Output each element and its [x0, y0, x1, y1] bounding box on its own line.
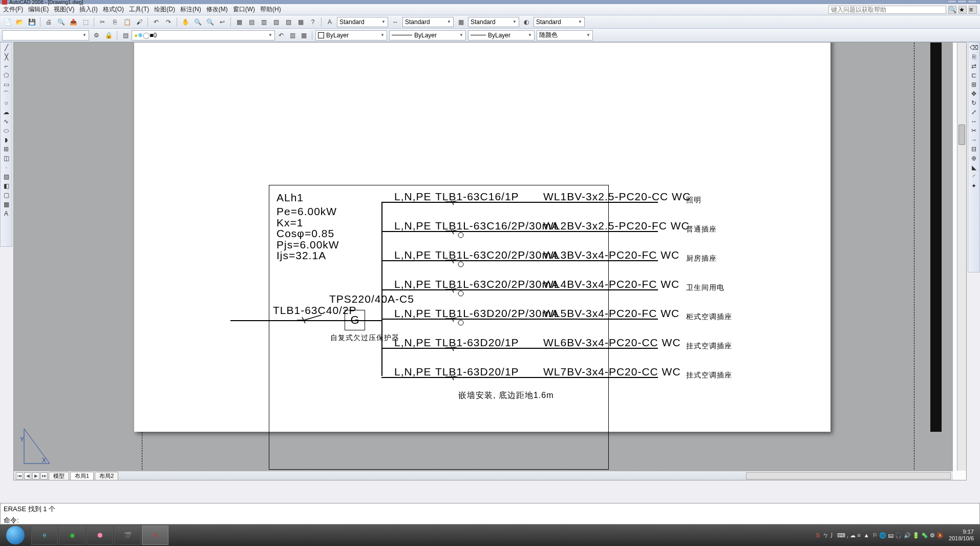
mleader-icon[interactable]: ◐ — [521, 17, 531, 27]
close-button[interactable] — [968, 0, 977, 3]
circle-button[interactable]: ○ — [2, 99, 11, 107]
scroll-thumb[interactable] — [958, 124, 965, 145]
fillet-button[interactable]: ◜ — [969, 173, 978, 181]
tray-icons[interactable]: ⚐ 🌐 🖴 🎧 🔊 🔋 🦠 ⚙ 🔕 — [872, 532, 944, 539]
paste-button[interactable]: 📋 — [122, 17, 132, 27]
tablestyle-icon[interactable]: ▦ — [456, 17, 466, 27]
3dwf-button[interactable]: ⬚ — [80, 17, 91, 27]
toolbar-layers[interactable]: ▼ ⚙ 🔒 ▤ ●❄◯■ 0▼ ↶ ▥ ▦ ByLayer▼ ByLayer▼ … — [0, 29, 980, 42]
ws-settings-button[interactable]: ⚙ — [91, 30, 101, 40]
menu-file[interactable]: 文件(F) — [3, 5, 23, 14]
vertical-scrollbar[interactable] — [957, 43, 966, 471]
move-button[interactable]: ✥ — [969, 90, 978, 98]
tray-lang[interactable]: ㄅ 丿 ⌨ , ☁ ≡ — [823, 532, 861, 539]
tray-sogou-icon[interactable]: S — [816, 532, 820, 538]
stretch-button[interactable]: ↔ — [969, 117, 978, 125]
scale-button[interactable]: ⤢ — [969, 108, 978, 116]
pline-button[interactable]: ⌐ — [2, 62, 11, 70]
tab-first[interactable]: ⏮ — [16, 472, 23, 479]
copy-button[interactable]: ⎘ — [110, 17, 120, 27]
paper-space[interactable]: X Y ALh1 Pe=6.00kW Kx=1 Cosφ=0.85 Pjs=6.… — [14, 43, 953, 480]
toolbar-draw[interactable]: ╱ ╳ ⌐ ⬠ ▭ ⌒ ○ ☁ ∿ ⬭ ◗ ⊞ ◫ · ▨ ◧ ▢ ▦ A — [0, 42, 12, 247]
spline-button[interactable]: ∿ — [2, 117, 11, 125]
cut-button[interactable]: ✂ — [97, 17, 108, 27]
task-wechat[interactable]: ◉ — [59, 526, 86, 545]
zoom-prev-button[interactable]: ↩ — [217, 17, 227, 27]
textstyle-select[interactable]: Standard▼ — [337, 17, 388, 27]
minimize-button[interactable] — [947, 0, 956, 3]
hatch-button[interactable]: ▨ — [2, 173, 11, 181]
ssm-button[interactable]: ▧ — [271, 17, 281, 27]
xline-button[interactable]: ╳ — [2, 53, 11, 61]
task-app1[interactable]: ⬢ — [87, 526, 113, 545]
menu-dim[interactable]: 标注(N) — [180, 5, 201, 14]
tab-model[interactable]: 模型 — [49, 472, 69, 480]
dimstyle-icon[interactable]: ↔ — [390, 17, 400, 27]
region-button[interactable]: ▢ — [2, 191, 11, 199]
copy2-button[interactable]: ⎘ — [969, 53, 978, 61]
array-button[interactable]: ⊞ — [969, 80, 978, 89]
workspace-select[interactable]: ▼ — [2, 30, 89, 40]
offset-button[interactable]: ⊏ — [969, 71, 978, 79]
explode-button[interactable]: ✦ — [969, 182, 978, 190]
dc-button[interactable]: ▤ — [246, 17, 257, 27]
break-button[interactable]: ⊟ — [969, 145, 978, 153]
linetype-select[interactable]: ByLayer▼ — [389, 30, 466, 40]
revcloud-button[interactable]: ☁ — [2, 108, 11, 116]
rect-button[interactable]: ▭ — [2, 80, 11, 89]
help-search[interactable]: 🔍 ★ ≡ — [828, 6, 977, 14]
task-ie[interactable]: e — [31, 526, 58, 545]
window-controls[interactable] — [947, 0, 977, 3]
plot-button[interactable]: 🖨 — [44, 17, 54, 27]
polygon-button[interactable]: ⬠ — [2, 71, 11, 79]
block-button[interactable]: ◫ — [2, 154, 11, 162]
point-button[interactable]: · — [2, 163, 11, 172]
menu-help[interactable]: 帮助(H) — [260, 5, 281, 14]
windows-taskbar[interactable]: e ◉ ⬢ 🎬 A S ㄅ 丿 ⌨ , ☁ ≡ ▲ ⚐ 🌐 🖴 🎧 🔊 🔋 🦠 … — [0, 524, 980, 546]
props-button[interactable]: ▦ — [234, 17, 244, 27]
publish-button[interactable]: 📤 — [68, 17, 78, 27]
mtext-button[interactable]: A — [2, 209, 11, 218]
textstyle-icon[interactable]: A — [325, 17, 335, 27]
open-button[interactable]: 📂 — [14, 17, 25, 27]
command-area[interactable]: ERASE 找到 1 个 命令: — [0, 503, 980, 524]
tab-layout2[interactable]: 布局2 — [95, 472, 118, 480]
join-button[interactable]: ⊕ — [969, 154, 978, 162]
menubar[interactable]: 文件(F) 编辑(E) 视图(V) 插入(I) 格式(O) 工具(T) 绘图(D… — [0, 4, 980, 15]
menu-format[interactable]: 格式(O) — [103, 5, 124, 14]
toolbar-modify[interactable]: ⌫ ⎘ ⇄ ⊏ ⊞ ✥ ↻ ⤢ ↔ ✂ → ⊟ ⊕ ◣ ◜ ✦ — [968, 42, 980, 272]
mleader-select[interactable]: Standard▼ — [534, 17, 585, 27]
ellipsearc-button[interactable]: ◗ — [2, 136, 11, 144]
chamfer-button[interactable]: ◣ — [969, 163, 978, 172]
help-input[interactable] — [828, 6, 946, 14]
layer-state-button[interactable]: ▥ — [287, 30, 297, 40]
zoom-rt-button[interactable]: 🔍 — [193, 17, 203, 27]
menu-edit[interactable]: 编辑(E) — [28, 5, 49, 14]
insert-button[interactable]: ⊞ — [2, 145, 11, 153]
layer-manager-button[interactable]: ▤ — [120, 30, 131, 40]
tab-last[interactable]: ⏭ — [40, 472, 48, 479]
tab-layout1[interactable]: 布局1 — [70, 472, 94, 480]
task-app2[interactable]: 🎬 — [114, 526, 141, 545]
gradient-button[interactable]: ◧ — [2, 182, 11, 190]
help-button[interactable]: ? — [308, 17, 318, 27]
line-button[interactable]: ╱ — [2, 44, 11, 52]
menu-insert[interactable]: 插入(I) — [79, 5, 97, 14]
trim-button[interactable]: ✂ — [969, 127, 978, 135]
menu-tools[interactable]: 工具(T) — [129, 5, 149, 14]
menu-window[interactable]: 窗口(W) — [233, 5, 255, 14]
redo-button[interactable]: ↷ — [163, 17, 174, 27]
plotstyle-select[interactable]: 随颜色▼ — [537, 30, 593, 40]
start-button[interactable] — [0, 525, 31, 545]
color-select[interactable]: ByLayer▼ — [315, 30, 387, 40]
task-autocad[interactable]: A — [142, 526, 168, 545]
maximize-button[interactable] — [957, 0, 967, 3]
menu-view[interactable]: 视图(V) — [54, 5, 74, 14]
pan-button[interactable]: ✋ — [180, 17, 190, 27]
viewport[interactable]: X Y ALh1 Pe=6.00kW Kx=1 Cosφ=0.85 Pjs=6.… — [13, 42, 967, 480]
system-tray[interactable]: S ㄅ 丿 ⌨ , ☁ ≡ ▲ ⚐ 🌐 🖴 🎧 🔊 🔋 🦠 ⚙ 🔕 9:17 2… — [812, 529, 980, 542]
ws-lock-button[interactable]: 🔒 — [103, 30, 114, 40]
layer-select[interactable]: ●❄◯■ 0▼ — [132, 30, 275, 40]
lineweight-select[interactable]: ByLayer▼ — [468, 30, 535, 40]
markup-button[interactable]: ▨ — [283, 17, 293, 27]
